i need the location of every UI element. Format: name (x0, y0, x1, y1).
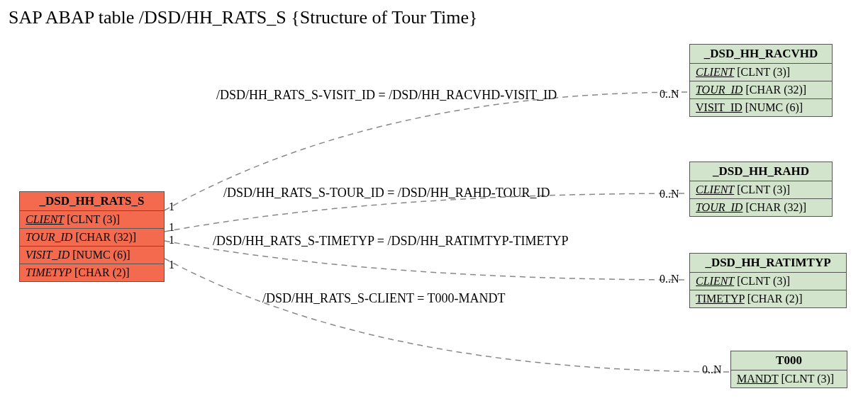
field-visit-id: VISIT_ID [NUMC (6)] (20, 247, 164, 264)
entity-t000-header: T000 (731, 351, 847, 370)
field-client: CLIENT [CLNT (3)] (20, 211, 164, 229)
entity-main-header: _DSD_HH_RATS_S (20, 192, 164, 211)
entity-rahd: _DSD_HH_RAHD CLIENT [CLNT (3)] TOUR_ID [… (689, 162, 833, 217)
card-left-3: 1 (169, 234, 174, 247)
rel-label-timetyp: /DSD/HH_RATS_S-TIMETYP = /DSD/HH_RATIMTY… (213, 234, 569, 249)
rel-label-visit-id: /DSD/HH_RATS_S-VISIT_ID = /DSD/HH_RACVHD… (216, 88, 557, 103)
card-left-4: 1 (169, 259, 174, 271)
field-client: CLIENT [CLNT (3)] (690, 273, 846, 290)
field-timetyp: TIMETYP [CHAR (2)] (690, 290, 846, 307)
entity-rahd-header: _DSD_HH_RAHD (690, 162, 832, 181)
field-tour-id: TOUR_ID [CHAR (32)] (20, 229, 164, 247)
entity-racvhd-header: _DSD_HH_RACVHD (690, 45, 832, 64)
field-client: CLIENT [CLNT (3)] (690, 181, 832, 199)
entity-racvhd: _DSD_HH_RACVHD CLIENT [CLNT (3)] TOUR_ID… (689, 44, 833, 117)
card-right-1: 0..N (660, 88, 679, 101)
card-right-4: 0..N (702, 363, 722, 376)
card-left-2: 1 (169, 221, 174, 234)
diagram-title: SAP ABAP table /DSD/HH_RATS_S {Structure… (9, 7, 477, 28)
rel-label-tour-id: /DSD/HH_RATS_S-TOUR_ID = /DSD/HH_RAHD-TO… (223, 186, 550, 200)
field-mandt: MANDT [CLNT (3)] (731, 370, 847, 387)
card-right-2: 0..N (660, 188, 679, 200)
field-timetyp: TIMETYP [CHAR (2)] (20, 264, 164, 281)
card-left-1: 1 (169, 200, 174, 213)
entity-t000: T000 MANDT [CLNT (3)] (730, 351, 847, 388)
card-right-3: 0..N (660, 273, 679, 285)
field-tour-id: TOUR_ID [CHAR (32)] (690, 81, 832, 99)
entity-ratimtyp-header: _DSD_HH_RATIMTYP (690, 254, 846, 273)
field-client: CLIENT [CLNT (3)] (690, 64, 832, 81)
entity-main: _DSD_HH_RATS_S CLIENT [CLNT (3)] TOUR_ID… (19, 191, 165, 282)
field-tour-id: TOUR_ID [CHAR (32)] (690, 199, 832, 216)
field-visit-id: VISIT_ID [NUMC (6)] (690, 99, 832, 116)
entity-ratimtyp: _DSD_HH_RATIMTYP CLIENT [CLNT (3)] TIMET… (689, 253, 847, 308)
rel-label-client: /DSD/HH_RATS_S-CLIENT = T000-MANDT (262, 291, 506, 306)
